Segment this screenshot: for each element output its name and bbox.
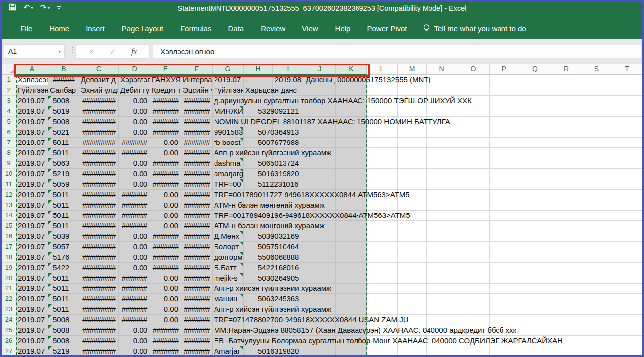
cell-A23[interactable]: 2019.07 xyxy=(16,304,48,315)
cell-T9[interactable] xyxy=(612,158,642,169)
column-header-T[interactable]: T xyxy=(612,64,642,75)
cell-J27[interactable] xyxy=(304,346,336,355)
cell-O1[interactable] xyxy=(457,75,490,85)
row-header-26[interactable]: 26 xyxy=(2,336,16,346)
cell-A16[interactable]: 2019.07 xyxy=(16,231,48,242)
cell-G12[interactable]: TRF=001789011727-949618XXXXXX0844-ATM563… xyxy=(213,190,244,200)
cell-H27[interactable]: 5016319820 xyxy=(244,346,273,355)
cell-O19[interactable] xyxy=(457,263,490,273)
row-header-8[interactable]: 8 xyxy=(2,148,16,158)
cell-L21[interactable] xyxy=(367,284,398,294)
cell-M23[interactable] xyxy=(398,304,427,315)
cell-S15[interactable] xyxy=(581,221,612,231)
cell-T8[interactable] xyxy=(612,148,642,158)
cell-O12[interactable] xyxy=(457,190,490,200)
cell-N27[interactable] xyxy=(427,346,457,355)
cell-Q9[interactable] xyxy=(519,158,551,169)
cell-F5[interactable]: ####### xyxy=(181,117,213,127)
cell-K23[interactable] xyxy=(336,304,367,315)
cell-D22[interactable]: ####### xyxy=(119,294,150,304)
cell-T16[interactable] xyxy=(612,231,642,242)
cell-B19[interactable]: 5422 xyxy=(48,263,79,273)
tab-page-layout[interactable]: Page Layout xyxy=(113,18,172,39)
cell-R17[interactable] xyxy=(551,242,581,252)
cell-M6[interactable] xyxy=(398,127,427,138)
cell-R12[interactable] xyxy=(551,190,581,200)
cell-D18[interactable]: 0.00 xyxy=(119,252,150,263)
cell-L23[interactable] xyxy=(367,304,398,315)
cell-O5[interactable] xyxy=(457,117,490,127)
cell-A5[interactable]: 2019.07 xyxy=(16,117,48,127)
cell-K20[interactable] xyxy=(336,273,367,284)
cell-D10[interactable]: 0.00 xyxy=(119,169,150,179)
cell-L10[interactable] xyxy=(367,169,398,179)
cell-O20[interactable] xyxy=(457,273,490,284)
cell-O14[interactable] xyxy=(457,211,490,221)
cell-J7[interactable] xyxy=(304,138,336,148)
cell-E11[interactable]: ####### xyxy=(150,179,181,190)
cell-B3[interactable]: 5008 xyxy=(48,96,79,106)
cell-C20[interactable]: ######### xyxy=(79,273,119,284)
cell-Q23[interactable] xyxy=(519,304,551,315)
cell-D11[interactable]: 0.00 xyxy=(119,179,150,190)
column-header-G[interactable]: G xyxy=(213,64,244,75)
cell-A6[interactable]: 2019.07 xyxy=(16,127,48,138)
cell-B6[interactable]: 5021 xyxy=(48,127,79,138)
tab-power-pivot[interactable]: Power Pivot xyxy=(358,18,415,39)
cell-Q5[interactable] xyxy=(519,117,551,127)
cell-C14[interactable]: ######### xyxy=(79,211,119,221)
cell-L17[interactable] xyxy=(367,242,398,252)
cell-Q7[interactable] xyxy=(519,138,551,148)
cell-C6[interactable]: ######### xyxy=(79,127,119,138)
cell-O10[interactable] xyxy=(457,169,490,179)
cell-S21[interactable] xyxy=(581,284,612,294)
cell-N23[interactable] xyxy=(427,304,457,315)
cell-A8[interactable]: 2019.07 xyxy=(16,148,48,158)
cell-G2[interactable]: Гүйлгээний утга xyxy=(213,85,244,96)
cell-R27[interactable] xyxy=(551,346,581,355)
cell-R21[interactable] xyxy=(551,284,581,294)
cell-A25[interactable]: 2019.07 xyxy=(16,325,48,336)
cell-L13[interactable] xyxy=(367,200,398,211)
cell-C21[interactable]: ######### xyxy=(79,284,119,294)
cell-P24[interactable] xyxy=(490,315,519,325)
cell-H11[interactable]: 5112231016 xyxy=(244,179,273,190)
cell-P15[interactable] xyxy=(490,221,519,231)
tab-review[interactable]: Review xyxy=(252,18,293,39)
cell-S13[interactable] xyxy=(581,200,612,211)
cell-N19[interactable] xyxy=(427,263,457,273)
cell-A22[interactable]: 2019.07 xyxy=(16,294,48,304)
cell-G6[interactable]: 9901583 xyxy=(213,127,244,138)
cell-G15[interactable]: АТМ-н бэлэн мөнгөний хураамж xyxy=(213,221,244,231)
cell-A7[interactable]: 2019.07 xyxy=(16,138,48,148)
cell-L27[interactable] xyxy=(367,346,398,355)
cell-N24[interactable] xyxy=(427,315,457,325)
cell-D8[interactable]: ####### xyxy=(119,148,150,158)
tell-me-box[interactable]: Tell me what you want to do xyxy=(423,24,526,34)
cell-G10[interactable]: amarjarg xyxy=(213,169,244,179)
cell-M16[interactable] xyxy=(398,231,427,242)
cell-S2[interactable] xyxy=(581,85,612,96)
cell-A13[interactable]: 2019.07 xyxy=(16,200,48,211)
cell-L15[interactable] xyxy=(367,221,398,231)
cell-K19[interactable] xyxy=(336,263,367,273)
cell-P16[interactable] xyxy=(490,231,519,242)
cell-H22[interactable]: 5063245363 xyxy=(244,294,273,304)
row-header-11[interactable]: 11 xyxy=(2,179,16,190)
row-header-4[interactable]: 4 xyxy=(2,106,16,117)
cell-K7[interactable] xyxy=(336,138,367,148)
cell-H10[interactable]: 5016319820 xyxy=(244,169,273,179)
row-header-3[interactable]: 3 xyxy=(2,96,16,106)
cell-C16[interactable]: ######### xyxy=(79,231,119,242)
cell-H9[interactable]: 5065013724 xyxy=(244,158,273,169)
cell-O21[interactable] xyxy=(457,284,490,294)
cell-N22[interactable] xyxy=(427,294,457,304)
column-header-H[interactable]: H xyxy=(244,64,273,75)
cell-D23[interactable]: ####### xyxy=(119,304,150,315)
cell-N1[interactable] xyxy=(427,75,457,85)
insert-function-icon[interactable]: fx xyxy=(131,47,137,57)
cell-E17[interactable]: ####### xyxy=(150,242,181,252)
cell-R14[interactable] xyxy=(551,211,581,221)
cell-R20[interactable] xyxy=(551,273,581,284)
cell-H4[interactable]: 5329092121 xyxy=(244,106,273,117)
